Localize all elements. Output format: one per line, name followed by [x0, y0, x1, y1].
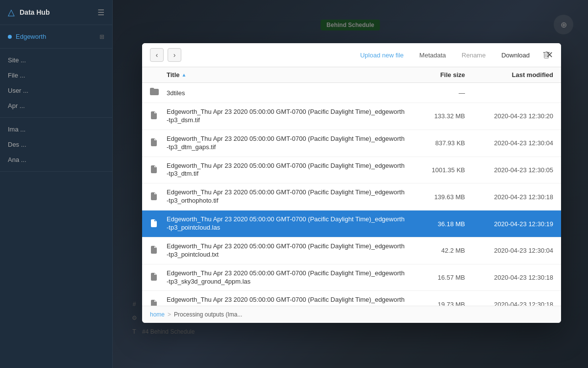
metadata-button[interactable]: Metadata	[414, 49, 452, 61]
row-date: 2020-04-23 12:30:20	[465, 112, 553, 120]
row-size: 16.57 MB	[406, 274, 465, 281]
file-icon	[150, 165, 162, 175]
row-date: 2020-04-23 12:30:18	[465, 301, 553, 306]
breadcrumb-separator: >	[168, 311, 171, 318]
breadcrumb-home[interactable]: home	[150, 311, 165, 318]
sidebar-label-ima: Ima ...	[8, 126, 25, 133]
col-date-header[interactable]: Last modified	[465, 71, 553, 79]
table-row[interactable]: Edgeworth_Thu Apr 23 2020 05:00:00 GMT-0…	[142, 103, 561, 130]
row-date: 2020-04-23 12:30:18	[465, 193, 553, 201]
col-title-label: Title	[167, 71, 180, 79]
file-icon	[150, 138, 162, 148]
row-size: 1001.35 KB	[406, 166, 465, 174]
row-date: 2020-04-23 12:30:04	[465, 139, 553, 147]
table-row[interactable]: Edgeworth_Thu Apr 23 2020 05:00:00 GMT-0…	[142, 184, 561, 210]
row-date: 2020-04-23 12:30:19	[465, 220, 553, 228]
row-date: 2020-04-23 12:30:05	[465, 166, 553, 174]
sidebar-label-file: File ...	[8, 72, 25, 79]
app-title: Data Hub	[20, 8, 49, 16]
row-size: 139.63 MB	[406, 193, 465, 201]
row-name: Edgeworth_Thu Apr 23 2020 05:00:00 GMT-0…	[167, 269, 406, 286]
file-icon	[150, 192, 162, 202]
grid-view-icon[interactable]: ⊞	[99, 33, 104, 40]
modal-close-button[interactable]: ✕	[541, 47, 557, 63]
row-name: Edgeworth_Thu Apr 23 2020 05:00:00 GMT-0…	[167, 296, 406, 306]
file-icon	[150, 273, 162, 282]
sidebar-section-main: Edgeworth ⊞	[0, 25, 112, 49]
sidebar-label-ana: Ana ...	[8, 156, 26, 163]
sidebar-section-nav: Site ... File ... User ... Apr ...	[0, 49, 112, 118]
sidebar-label-apr: Apr ...	[8, 102, 25, 109]
rename-button[interactable]: Rename	[456, 49, 491, 61]
sidebar: △ Data Hub ☰ Edgeworth ⊞ Site ... File .…	[0, 0, 113, 368]
col-title-header[interactable]: Title ▲	[167, 71, 406, 79]
breadcrumb-current: Processing outputs (Ima...	[174, 311, 242, 318]
file-table-body[interactable]: 3dtiles — Edgeworth_Thu Apr 23 2020 05:0…	[142, 83, 561, 306]
sidebar-item-label: Edgeworth	[16, 33, 46, 40]
col-size-header[interactable]: File size	[406, 71, 465, 79]
row-name: Edgeworth_Thu Apr 23 2020 05:00:00 GMT-0…	[167, 162, 406, 179]
sidebar-item-ima[interactable]: Ima ...	[0, 122, 112, 137]
row-size: 133.32 MB	[406, 112, 465, 120]
app-logo-icon: △	[8, 7, 15, 18]
row-size: 36.18 MB	[406, 220, 465, 228]
download-button[interactable]: Download	[495, 49, 536, 61]
sidebar-label-des: Des ...	[8, 141, 26, 148]
row-size: —	[406, 89, 465, 97]
app-background: △ Data Hub ☰ Edgeworth ⊞ Site ... File .…	[0, 0, 588, 368]
sidebar-item-user[interactable]: User ...	[0, 83, 112, 98]
table-row[interactable]: 3dtiles —	[142, 83, 561, 103]
menu-icon[interactable]: ☰	[98, 8, 104, 17]
main-content: Behind Schedule ⊕ # #2 Duct Bank ⚙ #3 Ph…	[113, 0, 588, 368]
table-row[interactable]: Edgeworth_Thu Apr 23 2020 05:00:00 GMT-0…	[142, 130, 561, 157]
row-date: 2020-04-23 12:30:18	[465, 274, 553, 281]
row-name: Edgeworth_Thu Apr 23 2020 05:00:00 GMT-0…	[167, 215, 406, 232]
breadcrumb: home > Processing outputs (Ima...	[142, 306, 561, 323]
sidebar-item-des[interactable]: Des ...	[0, 137, 112, 152]
row-size: 837.93 KB	[406, 139, 465, 147]
row-date: 2020-04-23 12:30:04	[465, 247, 553, 254]
sidebar-label-site: Site ...	[8, 56, 26, 64]
file-icon	[150, 246, 162, 255]
row-name: Edgeworth_Thu Apr 23 2020 05:00:00 GMT-0…	[167, 242, 406, 259]
table-row[interactable]: Edgeworth_Thu Apr 23 2020 05:00:00 GMT-0…	[142, 157, 561, 184]
table-row[interactable]: Edgeworth_Thu Apr 23 2020 05:00:00 GMT-0…	[142, 264, 561, 291]
row-name: Edgeworth_Thu Apr 23 2020 05:00:00 GMT-0…	[167, 108, 406, 125]
modal-toolbar: ‹ › Upload new file Metadata Rename Down…	[142, 43, 561, 67]
file-icon	[150, 111, 162, 121]
file-icon	[150, 219, 162, 229]
upload-button[interactable]: Upload new file	[354, 49, 410, 61]
folder-icon	[150, 88, 162, 98]
sidebar-item-apr[interactable]: Apr ...	[0, 98, 112, 113]
table-header: Title ▲ File size Last modified	[142, 67, 561, 83]
row-name: Edgeworth_Thu Apr 23 2020 05:00:00 GMT-0…	[167, 188, 406, 205]
row-size: 42.2 MB	[406, 247, 465, 254]
row-name: Edgeworth_Thu Apr 23 2020 05:00:00 GMT-0…	[167, 135, 406, 152]
back-button[interactable]: ‹	[150, 48, 164, 62]
sidebar-item-edgeworth[interactable]: Edgeworth ⊞	[0, 29, 112, 44]
forward-button[interactable]: ›	[168, 48, 181, 62]
sidebar-label-user: User ...	[8, 87, 28, 94]
row-name: 3dtiles	[167, 89, 406, 97]
file-browser-modal: ✕ ‹ › Upload new file Metadata Rename Do…	[142, 43, 561, 323]
file-icon	[150, 300, 162, 306]
table-row[interactable]: Edgeworth_Thu Apr 23 2020 05:00:00 GMT-0…	[142, 210, 561, 237]
sort-icon: ▲	[182, 72, 187, 78]
sidebar-header: △ Data Hub ☰	[0, 0, 112, 25]
sidebar-section-views: Ima ... Des ... Ana ...	[0, 118, 112, 172]
active-dot-icon	[8, 35, 12, 39]
sidebar-item-file[interactable]: File ...	[0, 68, 112, 83]
table-row[interactable]: Edgeworth_Thu Apr 23 2020 05:00:00 GMT-0…	[142, 291, 561, 306]
row-size: 19.73 MB	[406, 301, 465, 306]
sidebar-item-ana[interactable]: Ana ...	[0, 152, 112, 167]
table-row[interactable]: Edgeworth_Thu Apr 23 2020 05:00:00 GMT-0…	[142, 237, 561, 264]
sidebar-item-site[interactable]: Site ...	[0, 53, 112, 68]
